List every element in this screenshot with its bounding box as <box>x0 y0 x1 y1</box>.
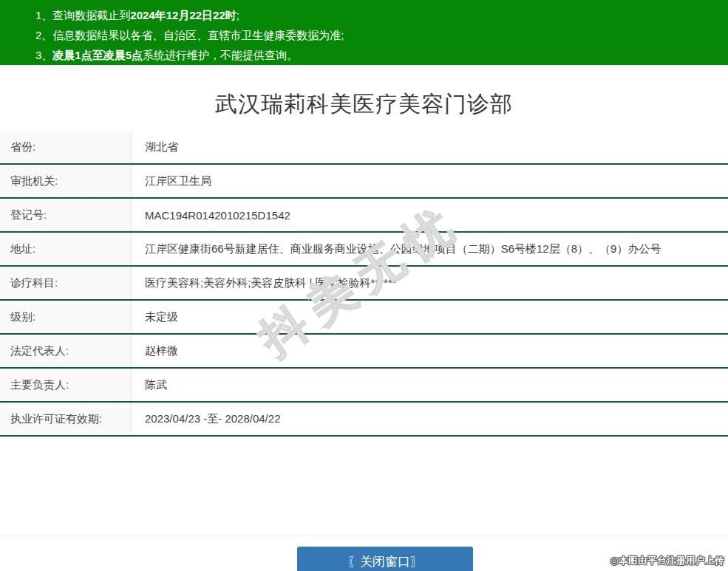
notice-line-3: 3、凌晨1点至凌晨5点系统进行维护，不能提供查询。 <box>35 45 721 65</box>
row-label: 法定代表人: <box>0 335 132 367</box>
table-row-approval-authority: 审批机关: 江岸区卫生局 <box>0 165 728 199</box>
row-label: 登记号: <box>0 199 132 231</box>
notice-banner: 1、查询数据截止到2024年12月22日22时; 2、信息数据结果以各省、自治区… <box>0 0 728 65</box>
table-row-medical-subjects: 诊疗科目: 医疗美容科;美容外科;美容皮肤科 | 医学检验科****** <box>0 267 728 301</box>
table-row-license-validity: 执业许可证有效期: 2023/04/23 -至- 2028/04/22 <box>0 403 728 437</box>
notice-line-1-num: 1、 <box>35 9 52 21</box>
row-value: 赵梓微 <box>132 344 728 358</box>
row-label: 主要负责人: <box>0 369 132 401</box>
row-label: 审批机关: <box>0 165 132 197</box>
notice-line-3-bold: 凌晨1点至凌晨5点 <box>52 49 143 61</box>
notice-line-1-text: 查询数据截止到 <box>52 9 130 21</box>
notice-line-2-num: 2、 <box>35 29 52 41</box>
row-value: 医疗美容科;美容外科;美容皮肤科 | 医学检验科****** <box>132 276 728 290</box>
upload-credit-watermark: ◎本图由平台注册用户上传 <box>610 555 724 567</box>
notice-line-1: 1、查询数据截止到2024年12月22日22时; <box>35 5 721 25</box>
table-row-province: 省份: 湖北省 <box>0 131 728 165</box>
row-label: 诊疗科目: <box>0 267 132 299</box>
row-value: 未定级 <box>132 310 728 324</box>
notice-line-2-text: 信息数据结果以各省、自治区、直辖市卫生健康委数据为准; <box>52 29 344 41</box>
notice-line-1-bold: 2024年12月22日22时 <box>130 9 236 21</box>
row-value: 江岸区健康街66号新建居住、商业服务商业设施、公园绿地项目（二期）S6号楼12层… <box>132 242 728 256</box>
row-value: 2023/04/23 -至- 2028/04/22 <box>132 412 728 426</box>
row-value: 陈武 <box>132 378 728 392</box>
row-label: 级别: <box>0 301 132 333</box>
notice-line-3-tail: 系统进行维护，不能提供查询。 <box>143 49 298 61</box>
row-label: 地址: <box>0 233 132 265</box>
notice-line-2: 2、信息数据结果以各省、自治区、直辖市卫生健康委数据为准; <box>35 25 721 45</box>
close-window-button[interactable]: 〖关闭窗口〗 <box>297 547 473 571</box>
notice-line-3-num: 3、 <box>35 49 52 61</box>
row-label: 省份: <box>0 131 132 163</box>
table-row-registration-number: 登记号: MAC194R0142010215D1542 <box>0 199 728 233</box>
notice-line-1-tail: ; <box>237 9 239 21</box>
table-row-person-in-charge: 主要负责人: 陈武 <box>0 369 728 403</box>
institution-info-table: 省份: 湖北省 审批机关: 江岸区卫生局 登记号: MAC194R0142010… <box>0 131 728 437</box>
row-label: 执业许可证有效期: <box>0 403 132 435</box>
row-value: 湖北省 <box>132 140 728 154</box>
table-row-level: 级别: 未定级 <box>0 301 728 335</box>
row-value: 江岸区卫生局 <box>132 174 728 188</box>
footer-divider <box>0 536 728 536</box>
page-title: 武汉瑞莉科美医疗美容门诊部 <box>0 89 728 119</box>
table-row-legal-representative: 法定代表人: 赵梓微 <box>0 335 728 369</box>
table-row-address: 地址: 江岸区健康街66号新建居住、商业服务商业设施、公园绿地项目（二期）S6号… <box>0 233 728 267</box>
row-value: MAC194R0142010215D1542 <box>132 209 728 222</box>
